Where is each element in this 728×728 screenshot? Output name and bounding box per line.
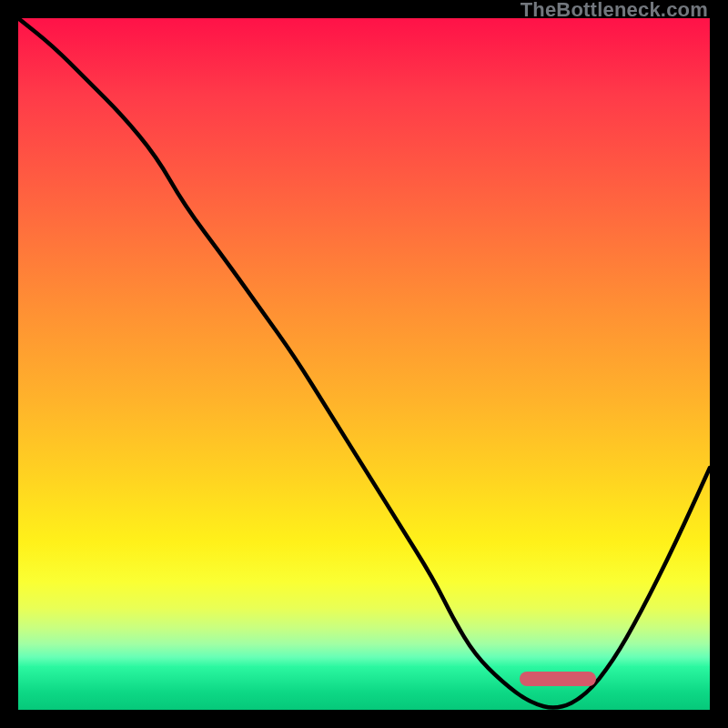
plot-area	[18, 18, 710, 710]
heat-gradient	[18, 18, 710, 673]
optimal-band	[18, 666, 710, 710]
chart-frame: TheBottleneck.com	[0, 0, 728, 728]
optimum-marker	[520, 672, 596, 686]
